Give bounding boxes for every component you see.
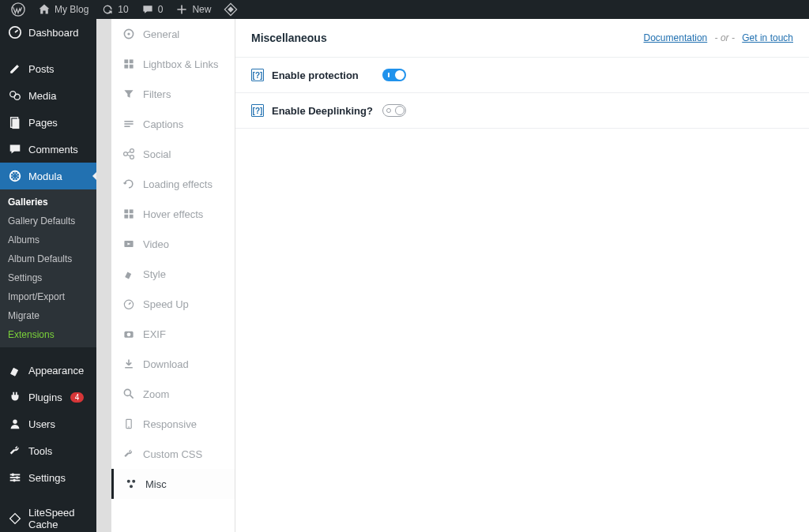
toggle-enable-deeplinking[interactable] [382,104,406,117]
tab-responsive[interactable]: Responsive [111,409,235,439]
updates-count: 10 [118,4,128,15]
svg-rect-22 [124,121,133,122]
tab-download[interactable]: Download [111,349,235,379]
tab-customcss[interactable]: Custom CSS [111,439,235,469]
documentation-link[interactable]: Documentation [644,32,708,43]
tab-speedup[interactable]: Speed Up [111,289,235,319]
site-link[interactable]: My Blog [32,0,95,19]
svg-point-33 [124,389,130,395]
sidebar-item-users[interactable]: Users [0,410,96,437]
tab-misc[interactable]: Misc [111,469,235,499]
tab-social[interactable]: Social [111,139,235,169]
tab-zoom[interactable]: Zoom [111,379,235,409]
sidebar-item-comments[interactable]: Comments [0,136,96,163]
sidebar-item-media[interactable]: Media [0,82,96,109]
tab-label: Video [143,238,169,250]
tab-label: Filters [143,88,171,100]
svg-point-7 [13,420,17,424]
svg-rect-14 [10,514,21,524]
tab-video[interactable]: Video [111,229,235,259]
svg-rect-25 [124,209,128,213]
setting-label: Enable protection [272,69,374,81]
tab-label: General [143,28,179,40]
sidebar-item-label: Pages [28,117,58,129]
svg-point-13 [13,479,16,482]
sidebar-item-litespeed[interactable]: LiteSpeed Cache [0,500,96,532]
sidebar-item-modula[interactable]: Modula [0,163,96,189]
tab-loading[interactable]: Loading effects [111,169,235,199]
submenu-item-galleries[interactable]: Galleries [0,193,96,212]
submenu-item-settings[interactable]: Settings [0,268,96,287]
new-label: New [192,4,211,15]
wp-adminbar: My Blog 10 0 New [0,0,809,19]
setting-row-protection: [?] Enable protection [235,58,809,93]
sidebar-item-dashboard[interactable]: Dashboard [0,19,96,46]
tab-label: Hover effects [143,208,203,220]
panel-links: Documentation - or - Get in touch [644,32,793,43]
svg-rect-23 [124,123,133,125]
svg-point-17 [127,32,130,35]
litespeed-menu-icon[interactable] [217,0,244,19]
sidebar-item-label: Appearance [28,365,84,377]
svg-point-11 [12,474,15,477]
sidebar-item-label: Plugins [28,392,62,403]
tab-label: Captions [143,118,183,130]
sidebar-item-settings[interactable]: Settings [0,464,96,491]
tab-exif[interactable]: EXIF [111,319,235,349]
tab-lightbox[interactable]: Lightbox & Links [111,49,235,79]
submenu-item-import-export[interactable]: Import/Export [0,287,96,306]
tab-general[interactable]: General [111,19,235,49]
updates-link[interactable]: 10 [95,0,134,19]
svg-point-32 [127,332,131,336]
svg-rect-20 [124,65,128,69]
svg-point-38 [130,485,133,488]
tab-filters[interactable]: Filters [111,79,235,109]
sidebar-item-label: Media [28,90,56,102]
sidebar-item-label: Tools [28,445,52,457]
tab-captions[interactable]: Captions [111,109,235,139]
sidebar-item-posts[interactable]: Posts [0,55,96,82]
submenu-item-album-defaults[interactable]: Album Defaults [0,249,96,268]
help-icon[interactable]: [?] [251,104,264,117]
plugins-badge: 4 [70,392,85,403]
sidebar-item-appearance[interactable]: Appearance [0,357,96,384]
tab-label: Loading effects [143,178,213,190]
site-name: My Blog [55,4,88,15]
settings-panel: Miscellaneous Documentation - or - Get i… [235,19,809,532]
svg-rect-5 [12,119,19,129]
sidebar-item-pages[interactable]: Pages [0,109,96,136]
tab-style[interactable]: Style [111,259,235,289]
tab-label: Social [143,148,171,160]
submenu-item-extensions[interactable]: Extensions [0,325,96,344]
help-icon[interactable]: [?] [251,69,264,81]
submenu-item-gallery-defaults[interactable]: Gallery Defaults [0,212,96,230]
sidebar-item-label: Modula [28,170,62,182]
svg-rect-26 [130,209,134,213]
sidebar-item-plugins[interactable]: Plugins4 [0,384,96,410]
tab-label: Lightbox & Links [143,58,218,70]
tab-label: Zoom [143,388,169,400]
svg-point-35 [128,426,130,428]
setting-row-deeplinking: [?] Enable Deeplinking? [235,93,809,129]
comments-link[interactable]: 0 [135,0,170,19]
wp-logo[interactable] [5,0,32,19]
svg-point-36 [127,480,130,483]
main-content: General Lightbox & Links Filters Caption… [96,19,809,532]
new-link[interactable]: New [169,0,217,19]
submenu-item-migrate[interactable]: Migrate [0,306,96,325]
toggle-enable-protection[interactable] [382,69,406,81]
tab-hover[interactable]: Hover effects [111,199,235,229]
submenu-item-albums[interactable]: Albums [0,230,96,249]
svg-rect-28 [130,215,134,219]
svg-rect-18 [124,59,128,63]
tab-label: Responsive [143,418,197,430]
tab-label: Misc [145,478,167,490]
sidebar-item-label: LiteSpeed Cache [28,507,88,530]
svg-rect-27 [124,215,128,219]
contact-link[interactable]: Get in touch [742,32,793,43]
sidebar-item-tools[interactable]: Tools [0,437,96,464]
tab-label: EXIF [143,328,166,340]
panel-header: Miscellaneous Documentation - or - Get i… [235,19,809,58]
sidebar-item-label: Users [28,418,55,430]
sidebar-item-label: Dashboard [28,27,79,39]
